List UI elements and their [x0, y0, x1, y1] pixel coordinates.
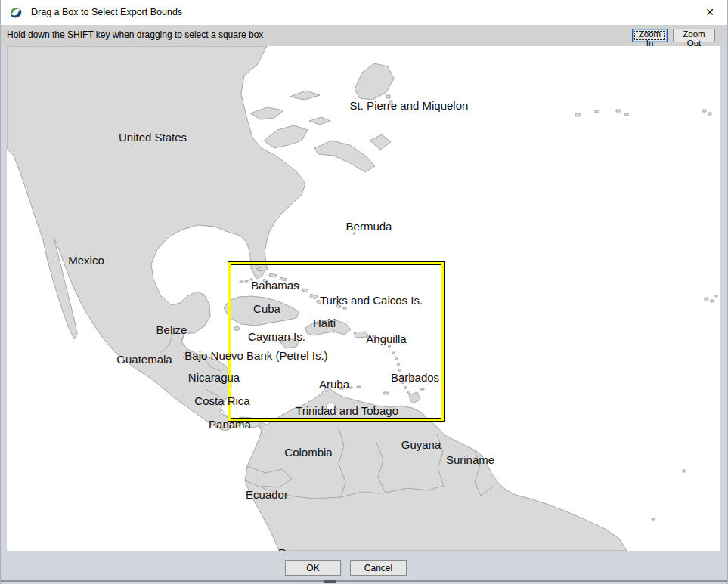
map-label: Cayman Is.: [248, 330, 305, 343]
map-label: Suriname: [446, 453, 494, 466]
islet: [595, 110, 599, 113]
shift-hint-text: Hold down the SHIFT key when dragging to…: [7, 25, 263, 46]
title-bar: Drag a Box to Select Export Bounds ✕: [1, 0, 727, 25]
hint-toolbar: Hold down the SHIFT key when dragging to…: [1, 25, 727, 46]
map-label: Anguilla: [366, 332, 406, 345]
islet: [386, 95, 390, 98]
islet: [702, 110, 706, 112]
export-bounds-dialog: Drag a Box to Select Export Bounds ✕ Hol…: [0, 0, 728, 584]
map-label: Colombia: [284, 446, 332, 459]
map-label: Cuba: [253, 302, 280, 315]
islet: [715, 295, 717, 297]
ok-button[interactable]: OK: [285, 560, 341, 576]
island: [314, 141, 375, 172]
zoom-out-button[interactable]: Zoom Out: [673, 29, 715, 42]
map-label: Turks and Caicos Is.: [320, 294, 423, 307]
map-label: Guyana: [401, 438, 441, 451]
island: [355, 63, 394, 100]
island: [290, 91, 320, 100]
island: [250, 107, 283, 119]
islet: [652, 518, 655, 520]
map-label: Bahamas: [251, 279, 299, 292]
islet: [708, 113, 711, 115]
islet: [705, 298, 708, 300]
islet: [616, 110, 620, 112]
map-label: Panama: [209, 418, 251, 431]
map-label: Mexico: [68, 254, 104, 267]
window-title: Drag a Box to Select Export Bounds: [31, 0, 182, 25]
islet: [711, 300, 714, 302]
island: [370, 134, 391, 150]
map-label: Belize: [156, 323, 187, 336]
resize-grip[interactable]: [324, 580, 336, 583]
island: [264, 125, 308, 148]
map-label: Costa Rica: [194, 394, 249, 407]
map-label: Haiti: [313, 317, 336, 329]
map-label: Nicaragua: [188, 371, 240, 384]
map-label: United States: [119, 131, 187, 144]
app-logo-icon: [8, 5, 23, 20]
map-label: Bajo Nuevo Bank (Petrel Is.): [184, 349, 327, 362]
islet: [624, 113, 628, 116]
close-icon[interactable]: ✕: [692, 0, 727, 24]
map-label: Bermuda: [346, 220, 392, 233]
window-bottom-edge: [1, 580, 727, 582]
footer-bar: OK Cancel: [1, 551, 727, 584]
map-label: Guatemala: [116, 353, 172, 366]
map-label: Ecuador: [246, 488, 288, 501]
map-label: Trinidad and Tobago: [296, 404, 398, 417]
map-label: St. Pierre and Miquelon: [350, 99, 469, 112]
map-label: Peru: [278, 546, 302, 552]
zoom-in-button[interactable]: Zoom In: [632, 29, 668, 42]
map-canvas[interactable]: St. Pierre and MiquelonUnited StatesBerm…: [7, 46, 720, 551]
islet: [575, 113, 580, 116]
island: [309, 117, 330, 125]
islet: [683, 470, 685, 472]
islet-bermuda: [353, 233, 355, 234]
map-label: Aruba: [319, 378, 349, 391]
map-label: Barbados: [391, 371, 439, 384]
cancel-button[interactable]: Cancel: [350, 560, 407, 576]
